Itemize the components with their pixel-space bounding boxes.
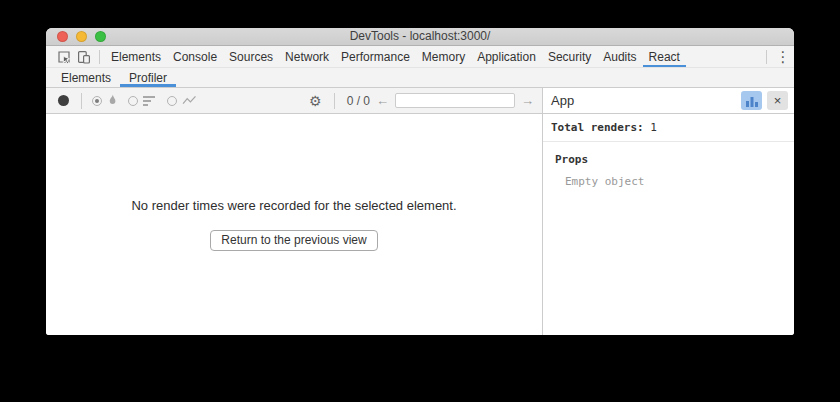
tab-label: Memory (422, 50, 465, 64)
tab-performance[interactable]: Performance (335, 46, 416, 67)
profiler-body: ⚙ 0 / 0 ← → No render times were recorde… (46, 88, 794, 335)
tab-label: Application (477, 50, 536, 64)
titlebar: DevTools - localhost:3000/ (46, 28, 794, 46)
tab-label: Network (285, 50, 329, 64)
props-section: Props Empty object (543, 142, 794, 199)
flame-icon (107, 94, 118, 107)
subtab-profiler[interactable]: Profiler (120, 68, 176, 87)
snapshot-slider-input[interactable] (395, 93, 515, 108)
tab-sources[interactable]: Sources (223, 46, 279, 67)
empty-state: No render times were recorded for the se… (46, 114, 542, 335)
tab-application[interactable]: Application (471, 46, 542, 67)
snapshot-counter: 0 / 0 (347, 94, 370, 108)
ranked-mode-option[interactable] (128, 95, 157, 107)
interactions-icon (182, 95, 197, 106)
record-icon[interactable] (58, 95, 69, 106)
separator (81, 93, 82, 109)
selected-element-panel: App × Total renders: 1 Prop (542, 88, 794, 335)
tab-label: Elements (111, 50, 161, 64)
devtools-window: DevTools - localhost:3000/ Elements Cons… (46, 28, 794, 335)
flamegraph-mode-option[interactable] (92, 94, 118, 107)
radio-dot (95, 99, 99, 103)
tab-react[interactable]: React (643, 46, 686, 67)
total-renders-value: 1 (650, 121, 657, 134)
bar-chart-icon (745, 94, 759, 108)
subtab-label: Profiler (129, 71, 167, 85)
tab-network[interactable]: Network (279, 46, 335, 67)
return-previous-view-button[interactable]: Return to the previous view (210, 230, 377, 251)
tabbar-right: ⋮ (761, 46, 794, 67)
device-toolbar-icon (77, 50, 91, 64)
tab-security[interactable]: Security (542, 46, 597, 67)
prev-snapshot-icon[interactable]: ← (376, 94, 389, 107)
props-label: Props (555, 153, 782, 166)
kebab-menu-icon[interactable]: ⋮ (772, 46, 794, 67)
snapshot-controls: ⚙ 0 / 0 ← → (309, 93, 534, 109)
total-renders-row: Total renders: 1 (543, 114, 794, 142)
separator (766, 50, 767, 64)
panel-header: App × (543, 88, 794, 114)
profiler-toolbar: ⚙ 0 / 0 ← → (46, 88, 542, 114)
tab-label: React (649, 50, 680, 64)
close-panel-button[interactable]: × (767, 91, 788, 110)
tab-label: Sources (229, 50, 273, 64)
total-renders-label: Total renders: (551, 121, 644, 134)
tab-label: Security (548, 50, 591, 64)
gear-icon[interactable]: ⚙ (309, 94, 322, 108)
flamegraph-radio[interactable] (92, 96, 102, 106)
selected-component-name: App (551, 93, 574, 108)
tab-elements[interactable]: Elements (105, 46, 167, 67)
interactions-radio[interactable] (167, 96, 177, 106)
tab-label: Audits (603, 50, 636, 64)
tab-label: Performance (341, 50, 410, 64)
close-icon: × (774, 94, 782, 107)
tab-memory[interactable]: Memory (416, 46, 471, 67)
subtab-elements[interactable]: Elements (52, 68, 120, 87)
interactions-mode-option[interactable] (167, 95, 197, 106)
ranked-radio[interactable] (128, 96, 138, 106)
next-snapshot-icon[interactable]: → (521, 94, 534, 107)
inspect-icon (57, 50, 71, 64)
tab-audits[interactable]: Audits (597, 46, 642, 67)
tab-console[interactable]: Console (167, 46, 223, 67)
separator (99, 50, 100, 64)
view-chart-button[interactable] (741, 91, 762, 110)
inspect-element-button[interactable] (54, 46, 74, 67)
empty-state-message: No render times were recorded for the se… (131, 198, 456, 213)
subtab-label: Elements (61, 71, 111, 85)
profiler-main-pane: ⚙ 0 / 0 ← → No render times were recorde… (46, 88, 542, 335)
device-toolbar-button[interactable] (74, 46, 94, 67)
props-empty-value: Empty object (555, 175, 782, 188)
devtools-tabbar: Elements Console Sources Network Perform… (46, 46, 794, 68)
tab-label: Console (173, 50, 217, 64)
ranked-icon (143, 95, 157, 107)
panel-buttons: × (741, 91, 788, 110)
react-subtabbar: Elements Profiler (46, 68, 794, 88)
separator (334, 93, 335, 109)
window-title: DevTools - localhost:3000/ (46, 28, 794, 45)
